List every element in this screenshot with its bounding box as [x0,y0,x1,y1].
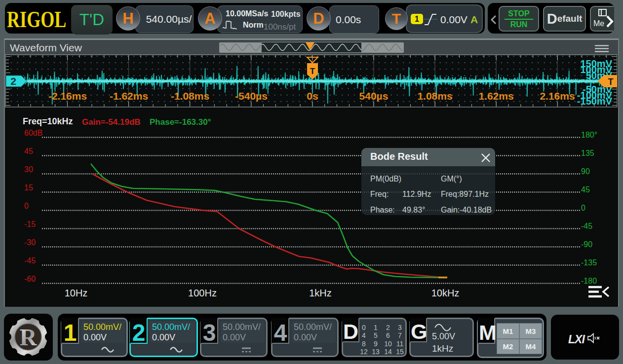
svg-text:-60: -60 [24,275,36,283]
svg-text:0: 0 [581,204,585,212]
svg-text:1kHz: 1kHz [309,288,332,298]
svg-text:45: 45 [581,185,590,194]
svg-text:10Hz: 10Hz [65,288,88,298]
svg-text:100Hz: 100Hz [188,288,217,298]
svg-text:-90: -90 [581,240,592,249]
svg-text:60dB: 60dB [24,129,42,137]
svg-text:0: 0 [24,202,29,210]
svg-text:45: 45 [24,147,33,155]
svg-text:30: 30 [24,165,33,174]
svg-text:135: 135 [581,149,594,157]
svg-text:10kHz: 10kHz [431,288,460,298]
svg-text:-45: -45 [581,222,592,230]
svg-text:180°: 180° [581,131,597,139]
svg-text:-135: -135 [581,258,597,267]
svg-text:15: 15 [24,183,33,192]
svg-text:90: 90 [581,167,590,176]
svg-text:-30: -30 [24,238,36,247]
svg-text:R: R [20,324,38,350]
svg-text:-15: -15 [24,220,36,228]
svg-text:-45: -45 [24,256,36,265]
svg-text:-180: -180 [581,277,597,285]
